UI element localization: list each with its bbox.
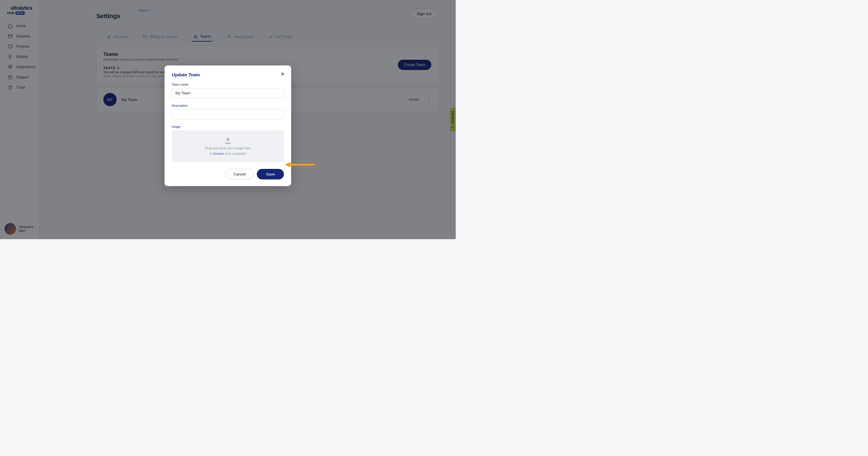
team-name-label: Team name [172, 83, 284, 86]
dropzone-line1: Drag and drop your image here [205, 146, 251, 150]
team-name-input[interactable] [172, 88, 284, 98]
description-label: Description [172, 104, 284, 107]
description-input[interactable] [172, 109, 284, 119]
modal-title: Update Team [172, 72, 284, 77]
close-icon[interactable]: ✕ [279, 71, 286, 78]
save-button[interactable]: Save [257, 169, 284, 179]
image-dropzone[interactable]: Drag and drop your image here or browse … [172, 130, 284, 162]
cancel-button[interactable]: Cancel [225, 169, 254, 179]
image-label: Image [172, 125, 284, 129]
browse-link[interactable]: browse [213, 152, 224, 155]
upload-icon [224, 137, 231, 144]
dropzone-line2: or browse your computer [210, 152, 246, 155]
update-team-modal: Update Team ✕ Team name Description Imag… [164, 65, 291, 186]
